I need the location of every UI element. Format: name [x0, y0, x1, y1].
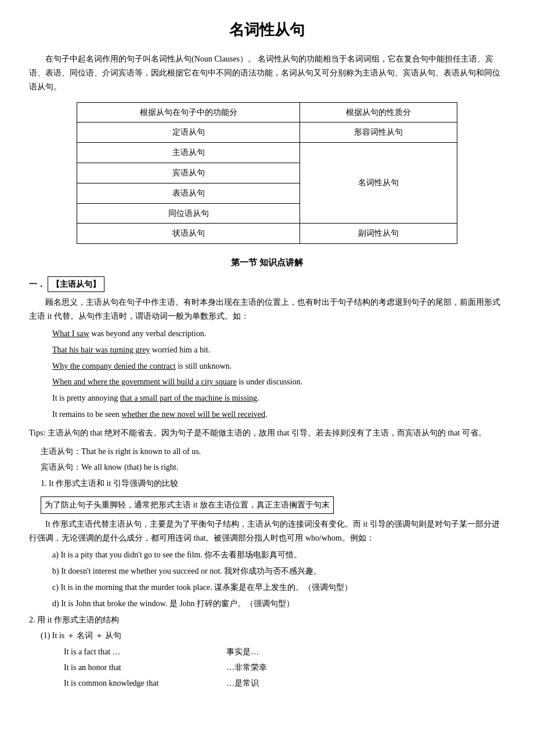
two-col-left-2: It is an honor that: [64, 661, 226, 675]
table-row-2-col1: 主语从句: [77, 143, 300, 163]
two-col-row-3: It is common knowledge that …是常识: [64, 676, 505, 690]
table-row-1-col1: 定语从句: [77, 123, 300, 143]
table-row-4-col1: 表语从句: [77, 183, 300, 203]
item2-sub-label: (1) It is ＋ 名词 ＋ 从句: [41, 629, 505, 643]
example-1-underline: What I saw: [52, 329, 89, 338]
sub-example-c: c) It is in the morning that the murder …: [52, 581, 505, 595]
table-noun-clause: 名词性从句: [300, 143, 457, 224]
item2-label: 2. 用 it 作形式主语的结构: [29, 613, 505, 627]
subsection1-box-label: 【主语从句】: [48, 276, 104, 293]
example-1: What I saw was beyond any verbal descrip…: [52, 327, 505, 341]
table-col1-header: 根据从句在句子中的功能分: [77, 102, 300, 123]
table-row-1-col2: 形容词性从句: [300, 123, 457, 143]
sub-example-b: b) It doesn't interest me whether you su…: [52, 564, 505, 578]
two-col-right-3: …是常识: [226, 676, 505, 690]
example-2: That his hair was turning grey worried h…: [52, 343, 505, 357]
sub-example-d: d) It is John that broke the window. 是 J…: [52, 597, 505, 611]
example-6: It remains to be seen whether the new no…: [52, 408, 505, 422]
object-example: 宾语从句：We all know (that) he is right.: [41, 460, 505, 474]
section-title: 第一节 知识点讲解: [29, 255, 505, 271]
example-4: When and where the government will build…: [52, 375, 505, 389]
two-col-right-2: …非常荣幸: [226, 661, 505, 675]
intro-text: 在句子中起名词作用的句子叫名词性从句(Noun Clauses）。 名词性从句的…: [29, 52, 505, 93]
table-row-5-col1: 同位语从句: [77, 203, 300, 224]
two-col-row-1: It is a fact that … 事实是…: [64, 645, 505, 659]
item1-highlight: 为了防止句子头重脚轻，通常把形式主语 it 放在主语位置，真正主语搁置于句末: [41, 496, 334, 514]
example-2-underline: That his hair was turning grey: [52, 345, 150, 354]
table-row-3-col1: 宾语从句: [77, 163, 300, 183]
example-4-underline: When and where the government will build…: [52, 377, 237, 386]
subsection1-title: 一． 【主语从句】: [29, 276, 505, 293]
item1-label: 1. It 作形式主语和 it 引导强调句的比较: [41, 477, 505, 491]
table-col2-header: 根据从句的性质分: [300, 102, 457, 123]
item1-paragraph: It 作形式主语代替主语从句，主要是为了平衡句子结构，主语从句的连接词没有变化。…: [29, 517, 505, 545]
example-6-underline: whether the new novel will be well recei…: [121, 410, 265, 419]
two-col-right-1: 事实是…: [226, 645, 505, 659]
two-col-left-1: It is a fact that …: [64, 645, 226, 659]
example-5: It is pretty annoying that a small part …: [52, 391, 505, 405]
subsection1-number: 一．: [29, 278, 45, 291]
example-5-underline: that a small part of the machine is miss…: [120, 394, 257, 402]
table-row-6-col2: 副词性从句: [300, 224, 457, 244]
tips-text: Tips: 主语从句的 that 绝对不能省去。因为句子是不能做主语的，故用 t…: [29, 426, 505, 440]
classification-table: 根据从句在句子中的功能分 根据从句的性质分 定语从句 形容词性从句 主语从句 名…: [77, 102, 457, 244]
example-3: Why the company denied the contract is s…: [52, 359, 505, 373]
table-row-6-col1: 状语从句: [77, 224, 300, 244]
two-col-left-3: It is common knowledge that: [64, 676, 226, 690]
sub-example-a: a) It is a pity that you didn't go to se…: [52, 548, 505, 562]
two-col-row-2: It is an honor that …非常荣幸: [64, 661, 505, 675]
subsection1-paragraph1: 顾名思义，主语从句在句子中作主语。有时本身出现在主语的位置上，也有时出于句子结构…: [29, 296, 505, 323]
page-title: 名词性从句: [29, 17, 505, 43]
subject-example: 主语从句：That he is right is known to all of…: [41, 445, 505, 459]
example-3-underline: Why the company denied the contract: [52, 362, 176, 370]
